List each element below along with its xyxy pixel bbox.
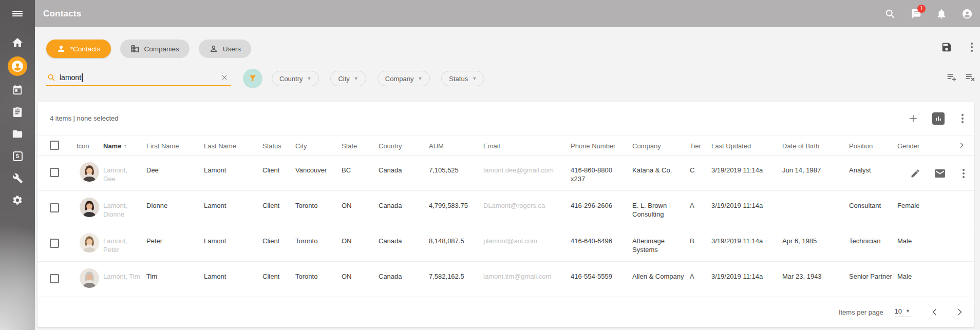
table-row[interactable]: Lamont, Dionne Dionne Lamont Client Toro… xyxy=(37,191,974,226)
column-header-phone[interactable]: Phone Number xyxy=(571,135,632,155)
cell-city: Toronto xyxy=(295,226,342,261)
menu-button[interactable] xyxy=(0,0,35,27)
more-vertical-icon[interactable] xyxy=(958,113,967,124)
scroll-columns-right-icon[interactable] xyxy=(957,141,966,149)
avatar xyxy=(80,268,99,288)
column-header-state[interactable]: State xyxy=(342,135,379,155)
cell-status: Client xyxy=(262,262,295,297)
filter-chips: Country ▼ City ▼ Company ▼ Status ▼ xyxy=(272,71,484,86)
cell-first-name: Dionne xyxy=(146,191,204,226)
column-header-status[interactable]: Status xyxy=(262,135,295,155)
table-row[interactable]: Lamont, Peter Peter Lamont Client Toront… xyxy=(37,226,974,262)
cell-position: Analyst xyxy=(849,156,897,190)
column-header-name[interactable]: Name↑ xyxy=(103,135,146,155)
column-header-tier[interactable]: Tier xyxy=(690,135,711,155)
tab-users[interactable]: Users xyxy=(199,40,251,58)
sidebar-item-contacts-active[interactable] xyxy=(8,56,27,76)
funnel-icon xyxy=(248,74,257,83)
cell-city: Vancouver xyxy=(295,156,342,190)
items-per-page-label: Items per page xyxy=(839,308,883,316)
column-header-email[interactable]: Email xyxy=(483,135,571,155)
edit-icon[interactable] xyxy=(910,168,920,179)
filter-country[interactable]: Country ▼ xyxy=(272,71,319,86)
filter-status[interactable]: Status ▼ xyxy=(441,71,484,86)
save-icon[interactable] xyxy=(941,42,952,53)
cell-name: Lamont, Dionne xyxy=(103,191,146,226)
person-outline-icon xyxy=(209,44,218,53)
row-checkbox[interactable] xyxy=(50,274,59,283)
table-row[interactable]: Lamont, Tim Tim Lamont Client Toronto ON… xyxy=(37,262,974,297)
row-checkbox[interactable] xyxy=(50,168,59,177)
search-input[interactable]: lamont xyxy=(46,70,231,86)
notifications-button[interactable] xyxy=(936,8,947,20)
add-icon[interactable] xyxy=(908,113,918,124)
bar-chart-icon[interactable] xyxy=(932,112,945,125)
cell-country: Canada xyxy=(379,191,429,226)
column-header-last-updated[interactable]: Last Updated xyxy=(711,135,782,155)
filter-button[interactable] xyxy=(243,69,262,88)
select-all-checkbox[interactable] xyxy=(50,141,59,150)
cell-state: BC xyxy=(342,156,379,190)
table-footer: Items per page 10 ▼ xyxy=(37,297,974,327)
sidebar-item-documents[interactable] xyxy=(11,128,24,140)
number-5-icon: 5 xyxy=(13,151,23,161)
tab-contacts[interactable]: *Contacts xyxy=(46,40,111,58)
column-header-country[interactable]: Country xyxy=(379,135,429,155)
sidebar-item-settings[interactable] xyxy=(11,194,24,206)
filter-company[interactable]: Company ▼ xyxy=(378,71,430,86)
page-size-select[interactable]: 10 ▼ xyxy=(894,307,911,317)
cell-status: Client xyxy=(262,191,295,226)
column-header-gender[interactable]: Gender xyxy=(897,135,936,155)
previous-page-icon[interactable] xyxy=(930,307,940,317)
column-header-position[interactable]: Position xyxy=(849,135,897,155)
account-button[interactable] xyxy=(962,8,973,20)
search-button[interactable] xyxy=(884,8,896,20)
cell-tier: C xyxy=(690,156,711,190)
next-page-icon[interactable] xyxy=(954,307,965,317)
page-title: Contacts xyxy=(35,9,81,19)
sidebar-item-tools[interactable] xyxy=(11,172,24,184)
chip-label: Company xyxy=(385,75,414,83)
playlist-add-icon[interactable] xyxy=(946,72,957,83)
column-header-icon[interactable]: Icon xyxy=(77,135,103,155)
clear-search-icon[interactable] xyxy=(221,74,228,81)
cell-country: Canada xyxy=(379,262,429,297)
playlist-remove-icon[interactable] xyxy=(965,72,976,83)
cell-dob: Apr 6, 1985 xyxy=(782,226,849,261)
column-list-actions xyxy=(946,72,980,83)
column-header-city[interactable]: City xyxy=(295,135,342,155)
sidebar-item-5500[interactable]: 5 xyxy=(11,150,24,162)
tab-companies[interactable]: Companies xyxy=(120,40,190,58)
tab-label: Users xyxy=(223,45,241,53)
chevron-down-icon: ▼ xyxy=(472,76,477,81)
table-body: Lamont, Dee Dee Lamont Client Vancouver … xyxy=(37,156,974,297)
sidebar-item-calendar[interactable] xyxy=(11,84,24,96)
home-icon xyxy=(11,36,24,49)
account-icon xyxy=(962,8,973,20)
more-vertical-icon[interactable] xyxy=(968,42,976,53)
more-vertical-icon[interactable] xyxy=(959,168,968,179)
column-header-company[interactable]: Company xyxy=(632,135,690,155)
chevron-down-icon: ▼ xyxy=(906,308,910,314)
filter-city[interactable]: City ▼ xyxy=(330,71,366,86)
column-header-first-name[interactable]: First Name xyxy=(146,135,204,155)
email-icon[interactable] xyxy=(934,167,946,180)
view-actions xyxy=(941,42,980,53)
cell-last-name: Lamont xyxy=(204,262,262,297)
cell-position: Senior Partner xyxy=(849,262,897,297)
tab-label: *Contacts xyxy=(70,45,101,53)
row-checkbox[interactable] xyxy=(50,203,59,212)
tab-label: Companies xyxy=(144,45,179,53)
sidebar-item-tasks[interactable] xyxy=(11,106,24,118)
sidebar-item-home[interactable] xyxy=(11,36,24,49)
column-header-dob[interactable]: Date of Birth xyxy=(782,135,849,155)
chat-button[interactable]: 1 xyxy=(910,8,921,20)
cell-company: Katana & Co. xyxy=(632,156,690,190)
cell-name: Lamont, Peter xyxy=(103,226,146,261)
row-checkbox[interactable] xyxy=(50,239,59,248)
column-header-last-name[interactable]: Last Name xyxy=(204,135,262,155)
chevron-down-icon: ▼ xyxy=(354,76,359,81)
cell-company: Afterimage Systems xyxy=(632,226,690,261)
table-row[interactable]: Lamont, Dee Dee Lamont Client Vancouver … xyxy=(37,156,974,191)
column-header-aum[interactable]: AUM xyxy=(429,135,483,155)
